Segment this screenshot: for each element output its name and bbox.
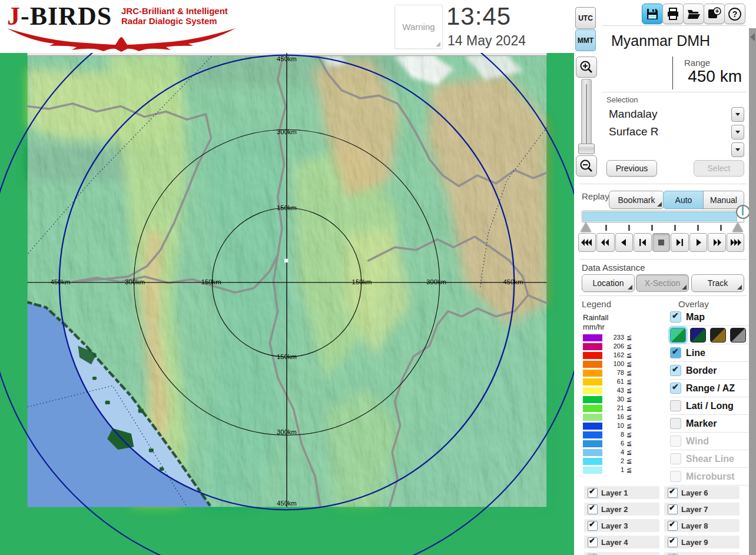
track-button[interactable]: Track xyxy=(691,274,744,292)
checkbox-line[interactable] xyxy=(670,347,681,358)
layer-9-checkbox[interactable] xyxy=(668,537,678,547)
legend-swatch xyxy=(583,370,602,377)
panel-collapse-icon[interactable] xyxy=(750,33,755,41)
layer-8-toggle[interactable]: Layer 8 xyxy=(664,519,740,532)
layer-2-toggle[interactable]: Layer 2 xyxy=(584,503,659,516)
stop-button[interactable] xyxy=(652,233,670,252)
map-style-1[interactable] xyxy=(670,328,686,343)
legend-swatch xyxy=(583,387,602,394)
layer-7-checkbox[interactable] xyxy=(668,504,678,514)
step-back-button[interactable] xyxy=(634,233,651,252)
previous-button[interactable]: Previous xyxy=(606,160,657,177)
zoom-out-icon xyxy=(579,159,593,173)
location-button[interactable]: Location xyxy=(582,274,635,292)
overlay-item-map[interactable]: Map xyxy=(670,308,749,326)
overlay-list: Map Line Border Range / AZ Lati / Long M… xyxy=(670,308,749,486)
layer-7-toggle[interactable]: Layer 7 xyxy=(664,503,740,516)
bookmark-button[interactable]: Bookmark xyxy=(609,191,664,209)
warning-label: Warning xyxy=(395,22,442,32)
layer-9-toggle[interactable]: Layer 9 xyxy=(664,536,740,549)
image-plus-icon xyxy=(707,7,721,21)
data-assistance-label: Data Assistance xyxy=(582,262,645,272)
layer-2-checkbox[interactable] xyxy=(588,504,598,514)
x-section-button[interactable]: X-Section xyxy=(636,274,689,292)
zoom-in-button[interactable] xyxy=(576,57,597,78)
checkbox-map[interactable] xyxy=(670,311,681,323)
layer-8-checkbox[interactable] xyxy=(668,521,678,531)
export-image-button[interactable] xyxy=(704,4,725,24)
radar-map-view[interactable]: 450km 300km 150km 150km 300km 450km 450k… xyxy=(0,53,574,555)
fast-forward-3-icon xyxy=(730,238,741,247)
select-button[interactable]: Select xyxy=(694,160,744,177)
print-button[interactable] xyxy=(662,4,684,24)
zoom-slider-handle[interactable] xyxy=(578,144,595,154)
layer-3-toggle[interactable]: Layer 3 xyxy=(584,519,659,532)
save-button[interactable] xyxy=(642,4,663,24)
map-style-4[interactable] xyxy=(730,328,746,343)
dropdown-arrow-icon[interactable] xyxy=(731,125,744,139)
svg-text:450km: 450km xyxy=(277,500,297,507)
overlay-item-lati-long[interactable]: Lati / Long xyxy=(670,397,749,415)
zoom-out-button[interactable] xyxy=(576,155,597,177)
dropdown-arrow-icon[interactable] xyxy=(731,107,744,122)
dropdown-option[interactable] xyxy=(605,141,744,158)
overlay-item-marker[interactable]: Marker xyxy=(670,415,749,433)
save-icon xyxy=(646,8,659,21)
checkbox-wind xyxy=(670,436,681,447)
checkbox-range-az[interactable] xyxy=(670,383,681,394)
checkbox-lati-long[interactable] xyxy=(670,400,681,411)
folder-open-icon xyxy=(687,8,701,21)
legend-row: 233≦ xyxy=(583,334,654,343)
layer-1-checkbox[interactable] xyxy=(588,488,598,498)
legend-row: 10≦ xyxy=(583,422,654,431)
fast-forward-3-button[interactable] xyxy=(727,233,744,252)
layer-3-checkbox[interactable] xyxy=(588,521,598,531)
layer-6-toggle[interactable]: Layer 6 xyxy=(664,486,740,499)
overlay-item-line[interactable]: Line xyxy=(670,344,749,362)
open-folder-button[interactable] xyxy=(683,4,704,24)
warning-button[interactable]: Warning xyxy=(394,5,443,49)
step-forward-button[interactable] xyxy=(671,233,688,252)
utc-button[interactable]: UTC xyxy=(575,7,596,29)
layer-5-toggle-partial[interactable] xyxy=(584,552,659,555)
eagle-icon xyxy=(6,26,237,52)
auto-button[interactable]: Auto xyxy=(663,191,704,209)
layer-10-toggle-partial[interactable] xyxy=(664,552,740,555)
fast-forward-2-button[interactable] xyxy=(708,233,725,252)
map-style-3[interactable] xyxy=(710,328,726,343)
zoom-slider-track[interactable] xyxy=(581,79,592,154)
replay-end-marker[interactable] xyxy=(732,222,743,232)
station-name: Myanmar DMH xyxy=(611,32,710,49)
play-reverse-button[interactable] xyxy=(615,233,633,252)
legend-swatch xyxy=(583,361,602,368)
replay-slider-handle[interactable] xyxy=(736,205,750,219)
map-style-2[interactable] xyxy=(690,328,706,343)
dropdown-product[interactable]: Surface R xyxy=(605,124,744,140)
mmt-button[interactable]: MMT xyxy=(575,29,596,51)
replay-slider-track[interactable] xyxy=(582,211,744,222)
replay-start-marker[interactable] xyxy=(581,222,591,232)
jbirds-logo: J-BIRDS JRC-Brilliant & Intelligent Rada… xyxy=(5,1,240,52)
fast-rewind-3-button[interactable] xyxy=(578,233,596,252)
radar-map[interactable]: 450km 300km 150km 150km 300km 450km 450k… xyxy=(0,53,574,555)
layer-4-checkbox[interactable] xyxy=(588,537,598,547)
help-button[interactable]: ? xyxy=(724,4,745,24)
legend-unit: Rainfall mm/hr xyxy=(583,313,608,332)
layer-4-toggle[interactable]: Layer 4 xyxy=(584,536,659,549)
dropdown-product-value: Surface R xyxy=(609,125,658,138)
checkbox-border[interactable] xyxy=(670,365,681,376)
panel-edge-strip[interactable] xyxy=(749,28,756,555)
overlay-item-border[interactable]: Border xyxy=(670,362,749,380)
dropdown-site[interactable]: Mandalay xyxy=(605,106,744,122)
checkbox-marker[interactable] xyxy=(670,418,681,429)
overlay-item-range-az[interactable]: Range / AZ xyxy=(670,380,749,397)
fast-rewind-2-button[interactable] xyxy=(596,233,614,252)
step-forward-icon xyxy=(675,238,684,247)
play-button[interactable] xyxy=(689,233,707,252)
legend-row: 162≦ xyxy=(583,351,654,360)
layer-1-toggle[interactable]: Layer 1 xyxy=(584,486,659,499)
layer-6-checkbox[interactable] xyxy=(668,488,678,498)
dropdown-arrow-icon[interactable] xyxy=(731,142,744,157)
legend-row: 61≦ xyxy=(583,378,654,387)
legend-row: 16≦ xyxy=(583,413,654,422)
